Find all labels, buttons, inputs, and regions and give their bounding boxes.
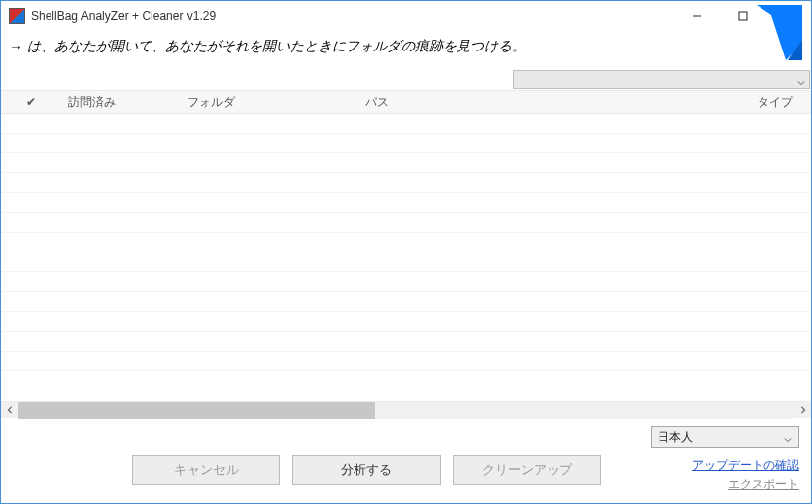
- col-type[interactable]: タイプ: [742, 94, 811, 111]
- table-row: [1, 352, 811, 371]
- table-row: [1, 114, 811, 134]
- chevron-down-icon: [797, 76, 805, 84]
- col-folder[interactable]: フォルダ: [179, 94, 357, 111]
- svg-rect-1: [739, 12, 747, 20]
- filter-dropdown[interactable]: [513, 70, 810, 89]
- button-row: キャンセル 分析する クリーンアップ アップデートの確認 エクスポート: [13, 455, 799, 493]
- table-row: [1, 193, 811, 213]
- filter-row: [1, 70, 811, 90]
- table-row: [1, 292, 811, 312]
- update-link[interactable]: アップデートの確認: [692, 457, 799, 474]
- col-visited[interactable]: 訪問済み: [60, 94, 179, 111]
- horizontal-scrollbar[interactable]: [1, 401, 811, 418]
- col-check[interactable]: ✔: [1, 95, 60, 109]
- table-row: [1, 213, 811, 233]
- description-text: は、あなたが開いて、あなたがそれを開いたときにフォルダの痕跡を見つける。: [27, 37, 747, 56]
- table-row: [1, 233, 811, 252]
- table-row: [1, 312, 811, 332]
- table-row: [1, 252, 811, 272]
- table-row: [1, 173, 811, 193]
- description-row: → は、あなたが開いて、あなたがそれを開いたときにフォルダの痕跡を見つける。: [1, 31, 811, 70]
- table-row: [1, 153, 811, 173]
- language-dropdown[interactable]: 日本人: [651, 426, 799, 448]
- cleanup-button[interactable]: クリーンアップ: [453, 455, 601, 485]
- table-header: ✔ 訪問済み フォルダ パス タイプ: [1, 90, 811, 114]
- col-path[interactable]: パス: [357, 94, 742, 111]
- window-title: ShellBag AnalyZer + Cleaner v1.29: [31, 9, 216, 23]
- minimize-button[interactable]: [674, 1, 720, 31]
- language-selected: 日本人: [658, 429, 693, 446]
- scroll-track[interactable]: [18, 402, 794, 419]
- corner-decoration: [747, 5, 802, 60]
- scroll-thumb[interactable]: [18, 402, 375, 419]
- language-row: 日本人: [13, 426, 799, 448]
- app-window: ShellBag AnalyZer + Cleaner v1.29 → は、あな…: [0, 0, 812, 504]
- bottom-panel: 日本人 キャンセル 分析する クリーンアップ アップデートの確認 エクスポート: [1, 418, 811, 503]
- export-link[interactable]: エクスポート: [692, 476, 799, 493]
- app-icon: [9, 8, 25, 24]
- arrow-icon: →: [9, 39, 23, 54]
- chevron-down-icon: [784, 433, 792, 441]
- analyze-button[interactable]: 分析する: [292, 455, 441, 485]
- table-row: [1, 332, 811, 352]
- cancel-button[interactable]: キャンセル: [132, 455, 280, 485]
- scroll-right-icon[interactable]: [794, 402, 811, 419]
- table-row: [1, 272, 811, 292]
- table-body: [1, 114, 811, 401]
- links: アップデートの確認 エクスポート: [692, 455, 799, 493]
- table-row: [1, 134, 811, 153]
- scroll-left-icon[interactable]: [1, 402, 18, 419]
- titlebar: ShellBag AnalyZer + Cleaner v1.29: [1, 1, 811, 31]
